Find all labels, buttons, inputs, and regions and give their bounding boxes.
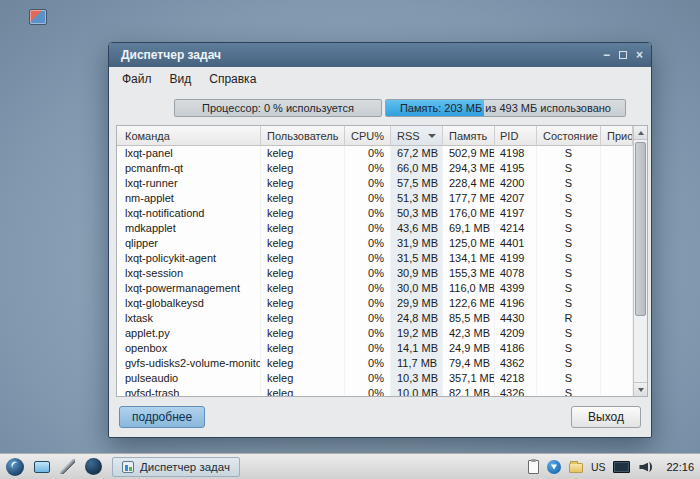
folder-tray-icon[interactable] <box>569 463 583 473</box>
process-cell: 43,6 MB <box>391 221 443 236</box>
desktop-icon[interactable] <box>29 9 47 25</box>
display-tray-icon[interactable] <box>613 461 630 473</box>
column-header-Команда[interactable]: Команда <box>117 126 261 146</box>
process-row[interactable]: pulseaudiokeleg0%10,3 MB357,1 MB4218S <box>117 371 633 386</box>
process-cell: 4399 <box>495 281 537 296</box>
process-row[interactable]: lxqt-powermanagementkeleg0%30,0 MB116,0 … <box>117 281 633 296</box>
process-row[interactable]: applet.pykeleg0%19,2 MB42,3 MB4209S <box>117 326 633 341</box>
column-header-CPU%[interactable]: CPU% <box>345 126 391 146</box>
process-cell: 0% <box>345 221 391 236</box>
process-cell: S <box>537 326 601 341</box>
process-cell: 31,9 MB <box>391 236 443 251</box>
process-cell: 4198 <box>495 146 537 161</box>
update-tray-icon[interactable] <box>547 460 561 474</box>
process-cell: mdkapplet <box>117 221 261 236</box>
column-header-Прио[interactable]: Прио <box>601 126 633 146</box>
process-row[interactable]: lxqt-policykit-agentkeleg0%31,5 MB134,1 … <box>117 251 633 266</box>
process-cell: keleg <box>261 281 345 296</box>
process-row[interactable]: pcmanfm-qtkeleg0%66,0 MB294,3 MB4195S <box>117 161 633 176</box>
process-cell: keleg <box>261 296 345 311</box>
editor-launcher-icon[interactable] <box>60 459 75 474</box>
process-cell: 116,0 MB <box>443 281 495 296</box>
process-cell: lxqt-session <box>117 266 261 281</box>
clipboard-tray-icon[interactable] <box>528 460 539 474</box>
column-header-Состояние[interactable]: Состояние <box>537 126 601 146</box>
window-titlebar[interactable]: Диспетчер задач − × <box>109 43 651 67</box>
process-row[interactable]: nm-appletkeleg0%51,3 MB177,7 MB4207S <box>117 191 633 206</box>
process-row[interactable]: openboxkeleg0%14,1 MB24,9 MB4186S <box>117 341 633 356</box>
process-cell: 0% <box>345 176 391 191</box>
cpu-usage-label: Процессор: 0 % используется <box>175 100 381 116</box>
process-cell: applet.py <box>117 326 261 341</box>
process-cell: 4209 <box>495 326 537 341</box>
process-cell: 51,3 MB <box>391 191 443 206</box>
process-cell: keleg <box>261 356 345 371</box>
process-cell: 4196 <box>495 296 537 311</box>
process-row[interactable]: lxqt-runnerkeleg0%57,5 MB228,4 MB4200S <box>117 176 633 191</box>
process-cell: S <box>537 146 601 161</box>
close-icon[interactable]: × <box>636 49 643 61</box>
process-row[interactable]: lxqt-globalkeysdkeleg0%29,9 MB122,6 MB41… <box>117 296 633 311</box>
process-cell: 4195 <box>495 161 537 176</box>
taskbar: Диспетчер задач US 22:16 <box>0 453 700 479</box>
process-row[interactable]: qlipperkeleg0%31,9 MB125,0 MB4401S <box>117 236 633 251</box>
column-header-Пользователь[interactable]: Пользователь <box>261 126 345 146</box>
process-row[interactable]: lxqt-sessionkeleg0%30,9 MB155,3 MB4078S <box>117 266 633 281</box>
process-cell: S <box>537 266 601 281</box>
scroll-up-button[interactable] <box>634 126 647 140</box>
process-cell: 82,1 MB <box>443 386 495 396</box>
process-cell: 24,9 MB <box>443 341 495 356</box>
sort-desc-icon <box>428 134 436 138</box>
process-row[interactable]: gvfs-udisks2-volume-monitorkeleg0%11,7 M… <box>117 356 633 371</box>
process-cell: 0% <box>345 326 391 341</box>
process-cell <box>601 251 633 266</box>
minimize-icon[interactable]: − <box>603 49 610 61</box>
taskbar-window-button[interactable]: Диспетчер задач <box>112 457 240 477</box>
process-cell: S <box>537 341 601 356</box>
process-cell: S <box>537 161 601 176</box>
process-row[interactable]: gvfsd-trashkeleg0%10,0 MB82,1 MB4326S <box>117 386 633 396</box>
process-row[interactable]: lxtaskkeleg0%24,8 MB85,5 MB4430R <box>117 311 633 326</box>
volume-icon[interactable] <box>638 460 654 474</box>
vertical-scrollbar[interactable] <box>633 126 647 396</box>
process-cell: 0% <box>345 146 391 161</box>
process-cell: lxqt-globalkeysd <box>117 296 261 311</box>
menu-view[interactable]: Вид <box>161 69 201 89</box>
process-cell: S <box>537 221 601 236</box>
start-menu-icon[interactable] <box>6 458 24 476</box>
process-cell: 85,5 MB <box>443 311 495 326</box>
process-cell: 502,9 MB <box>443 146 495 161</box>
scroll-down-button[interactable] <box>634 382 647 396</box>
process-cell: 0% <box>345 161 391 176</box>
process-row[interactable]: mdkappletkeleg0%43,6 MB69,1 MB4214S <box>117 221 633 236</box>
process-cell: 0% <box>345 356 391 371</box>
column-header-Память[interactable]: Память <box>443 126 495 146</box>
process-cell <box>601 221 633 236</box>
process-table-header: КомандаПользовательCPU%RSSПамятьPIDСосто… <box>117 126 633 146</box>
clock[interactable]: 22:16 <box>666 461 694 473</box>
process-cell: 30,0 MB <box>391 281 443 296</box>
maximize-icon[interactable] <box>619 51 627 59</box>
display-launcher-icon[interactable] <box>34 461 50 473</box>
process-cell: 4326 <box>495 386 537 396</box>
process-cell <box>601 191 633 206</box>
column-header-PID[interactable]: PID <box>495 126 537 146</box>
menu-help[interactable]: Справка <box>200 69 265 89</box>
keyboard-layout-indicator[interactable]: US <box>591 461 606 473</box>
scrollbar-thumb[interactable] <box>635 142 646 316</box>
menu-file[interactable]: Файл <box>113 69 161 89</box>
process-row[interactable]: lxqt-notificationdkeleg0%50,3 MB176,0 MB… <box>117 206 633 221</box>
taskbar-window-label: Диспетчер задач <box>140 461 230 473</box>
column-header-RSS[interactable]: RSS <box>391 126 443 146</box>
process-row[interactable]: lxqt-panelkeleg0%67,2 MB502,9 MB4198S <box>117 146 633 161</box>
process-cell: keleg <box>261 326 345 341</box>
process-cell: 0% <box>345 281 391 296</box>
process-cell: lxtask <box>117 311 261 326</box>
exit-button[interactable]: Выход <box>571 406 641 428</box>
details-button[interactable]: подробнее <box>119 406 205 428</box>
scrollbar-track[interactable] <box>634 140 647 382</box>
process-cell: keleg <box>261 176 345 191</box>
browser-launcher-icon[interactable] <box>85 458 102 475</box>
process-cell: 29,9 MB <box>391 296 443 311</box>
process-cell: 4199 <box>495 251 537 266</box>
